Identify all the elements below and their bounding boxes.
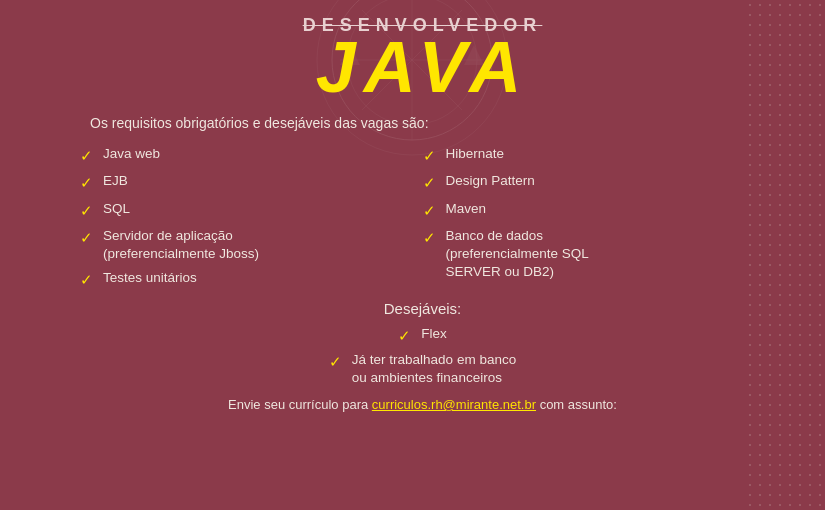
req-text: SQL: [103, 200, 423, 218]
requirements-grid: ✓ Java web ✓ EJB ✓ SQL ✓ Servidor de apl…: [80, 145, 765, 290]
checkmark-icon: ✓: [329, 352, 342, 372]
req-text: Testes unitários: [103, 269, 423, 287]
desejavel-item-flex: ✓ Flex: [398, 325, 447, 346]
checkmark-icon: ✓: [80, 201, 93, 221]
desejavel-items-list: ✓ Flex ✓ Já ter trabalhado em bancoou am…: [80, 325, 765, 387]
req-text: Design Pattern: [446, 172, 766, 190]
requirements-left-column: ✓ Java web ✓ EJB ✓ SQL ✓ Servidor de apl…: [80, 145, 423, 290]
checkmark-icon: ✓: [398, 326, 411, 346]
desejavel-item-banco: ✓ Já ter trabalhado em bancoou ambientes…: [329, 351, 516, 387]
req-item-ejb: ✓ EJB: [80, 172, 423, 193]
requirements-right-column: ✓ Hibernate ✓ Design Pattern ✓ Maven ✓ B…: [423, 145, 766, 290]
desejavel-text: Flex: [421, 325, 447, 343]
req-item-java-web: ✓ Java web: [80, 145, 423, 166]
req-text: EJB: [103, 172, 423, 190]
req-item-banco: ✓ Banco de dados(preferencialmente SQLSE…: [423, 227, 766, 282]
req-text: Hibernate: [446, 145, 766, 163]
header-section: DESENVOLVEDOR JAVA: [80, 15, 765, 103]
req-text: Servidor de aplicação(preferencialmente …: [103, 227, 423, 263]
checkmark-icon: ✓: [80, 228, 93, 248]
req-item-testes: ✓ Testes unitários: [80, 269, 423, 290]
checkmark-icon: ✓: [80, 270, 93, 290]
footer-email: curriculos.rh@mirante.net.br: [372, 397, 536, 412]
desejavel-title: Desejáveis:: [80, 300, 765, 317]
checkmark-icon: ✓: [80, 173, 93, 193]
checkmark-icon: ✓: [80, 146, 93, 166]
page-container: DESENVOLVEDOR JAVA Os requisitos obrigat…: [0, 0, 825, 510]
desejavel-text: Já ter trabalhado em bancoou ambientes f…: [352, 351, 516, 387]
footer-text-before: Envie seu currículo para: [228, 397, 372, 412]
footer-text: Envie seu currículo para curriculos.rh@m…: [80, 397, 765, 412]
desejavel-section: Desejáveis: ✓ Flex ✓ Já ter trabalhado e…: [80, 300, 765, 387]
checkmark-icon: ✓: [423, 146, 436, 166]
req-item-servidor: ✓ Servidor de aplicação(preferencialment…: [80, 227, 423, 263]
req-text: Banco de dados(preferencialmente SQLSERV…: [446, 227, 766, 282]
req-item-sql: ✓ SQL: [80, 200, 423, 221]
req-item-maven: ✓ Maven: [423, 200, 766, 221]
intro-text: Os requisitos obrigatórios e desejáveis …: [90, 115, 765, 131]
checkmark-icon: ✓: [423, 228, 436, 248]
req-item-hibernate: ✓ Hibernate: [423, 145, 766, 166]
req-text: Maven: [446, 200, 766, 218]
checkmark-icon: ✓: [423, 173, 436, 193]
req-item-design-pattern: ✓ Design Pattern: [423, 172, 766, 193]
java-title: JAVA: [80, 31, 765, 103]
req-text: Java web: [103, 145, 423, 163]
footer-text-after: com assunto:: [536, 397, 617, 412]
checkmark-icon: ✓: [423, 201, 436, 221]
main-content: DESENVOLVEDOR JAVA Os requisitos obrigat…: [0, 0, 825, 422]
